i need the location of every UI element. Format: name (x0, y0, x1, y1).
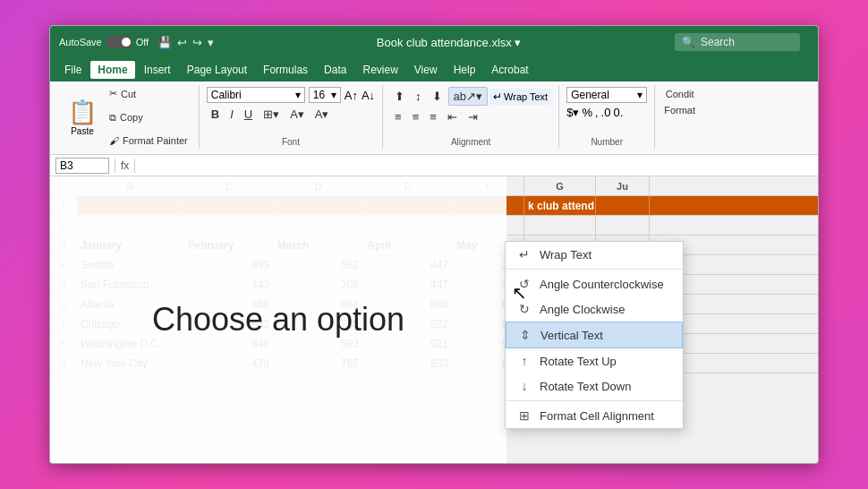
menu-review[interactable]: Review (355, 61, 404, 79)
cell-chicago-name[interactable]: Chicago (77, 314, 184, 333)
align-top-button[interactable]: ⬆ (390, 88, 409, 105)
cell-row2-d[interactable] (274, 216, 363, 235)
increase-font-button[interactable]: A↑ (345, 89, 358, 102)
cell-month-apr[interactable]: April (363, 236, 453, 254)
bold-button[interactable]: B (207, 106, 224, 123)
cell-nyc-feb[interactable]: 765 (274, 354, 363, 373)
orientation-button[interactable]: ab↗▾ (448, 87, 488, 106)
row-8: 8 (50, 334, 76, 354)
cell-row2-e[interactable] (363, 216, 453, 235)
number-format-dropdown[interactable]: General ▾ (566, 87, 647, 103)
cell-sf-feb[interactable]: 208 (274, 275, 363, 294)
autosave-toggle[interactable] (106, 36, 132, 48)
cell-seattle-feb[interactable]: 562 (274, 255, 363, 274)
menu-acrobat[interactable]: Acrobat (484, 61, 535, 79)
align-middle-button[interactable]: ↕ (411, 88, 426, 105)
underline-button[interactable]: U (240, 106, 257, 123)
cell-row1-e[interactable] (363, 196, 453, 215)
cell-atlanta-mar[interactable]: 886 (363, 295, 453, 313)
save-icon[interactable]: 💾 (157, 36, 172, 49)
search-box[interactable]: 🔍 Search (675, 33, 800, 51)
cell-nyc-mar[interactable]: 833 (363, 354, 453, 373)
dropdown-format-cell[interactable]: ⊞ Format Cell Alignment (506, 403, 683, 428)
cell-sf-jan[interactable]: 443 (184, 275, 274, 294)
dropdown-vertical-text[interactable]: ⇕ Vertical Text (506, 322, 683, 348)
cell-atlanta-name[interactable]: Atlanta (77, 295, 184, 313)
percent-button[interactable]: % (582, 106, 592, 119)
cell-month-jan[interactable]: January (77, 236, 184, 254)
cell-row1-g[interactable]: k club attend (524, 196, 596, 215)
menu-data[interactable]: Data (317, 61, 353, 79)
format-painter-button[interactable]: 🖌 Format Painter (107, 134, 190, 147)
paste-button[interactable]: 📋 Paste (63, 85, 102, 149)
fill-color-button[interactable]: A▾ (285, 106, 309, 123)
dropdown-rotate-down[interactable]: ↓ Rotate Text Down (506, 373, 683, 399)
cell-row1-c[interactable] (184, 196, 274, 215)
decrease-font-button[interactable]: A↓ (362, 89, 375, 102)
increase-indent-button[interactable]: ⇥ (464, 108, 482, 125)
align-bottom-button[interactable]: ⬇ (428, 88, 447, 105)
cell-dc-feb[interactable]: 592 (274, 334, 363, 353)
customize-icon[interactable]: ▾ (208, 36, 214, 49)
cell-row2-f[interactable] (453, 216, 524, 235)
cell-chicago-jan[interactable]: 632 (184, 314, 274, 333)
menu-insert[interactable]: Insert (137, 61, 178, 79)
menu-file[interactable]: File (57, 61, 89, 79)
dropdown-wrap-text[interactable]: ↵ Wrap Text (506, 242, 683, 267)
cell-row1-b[interactable] (77, 196, 184, 215)
cell-nyc-name[interactable]: New York City (77, 354, 184, 373)
name-box[interactable]: B3 (55, 158, 109, 174)
dropdown-angle-cw[interactable]: ↻ Angle Clockwise (506, 296, 683, 322)
redo-icon[interactable]: ↪ (192, 36, 202, 49)
cell-seattle-jan[interactable]: 993 (184, 255, 274, 274)
align-right-button[interactable]: ≡ (425, 108, 441, 125)
cell-row2-c[interactable] (184, 216, 274, 235)
cell-month-feb[interactable]: February (184, 236, 274, 254)
copy-button[interactable]: ⧉ Copy (107, 111, 190, 124)
comma-button[interactable]: , (595, 106, 599, 119)
cell-seattle-name[interactable]: Seattle (77, 255, 184, 274)
filename-arrow[interactable]: ▾ (515, 36, 521, 49)
cell-row1-f[interactable] (453, 196, 524, 215)
cell-sf-name[interactable]: San Francisco (77, 275, 184, 294)
increase-decimal-button[interactable]: .0 (601, 106, 611, 119)
cell-row2-g[interactable] (524, 216, 596, 235)
cell-row2-b[interactable] (77, 216, 184, 235)
menu-view[interactable]: View (407, 61, 445, 79)
menu-formulas[interactable]: Formulas (256, 61, 315, 79)
decrease-indent-button[interactable]: ⇤ (443, 108, 462, 125)
cell-nyc-jan[interactable]: 479 (184, 354, 274, 373)
border-button[interactable]: ⊞▾ (259, 106, 284, 123)
format-as-table-button[interactable]: Format (662, 103, 697, 117)
dropdown-angle-ccw[interactable]: ↺ Angle Counterclockwise (506, 271, 683, 296)
wrap-text-button[interactable]: ↵ Wrap Text (489, 89, 551, 105)
cell-dc-name[interactable]: Washington D.C. (77, 334, 184, 353)
currency-button[interactable]: $▾ (566, 106, 579, 119)
cell-atlanta-feb[interactable]: 881 (274, 295, 363, 313)
align-left-button[interactable]: ≡ (390, 108, 406, 125)
cell-row2-h[interactable] (596, 216, 650, 235)
cell-month-mar[interactable]: March (274, 236, 363, 254)
menu-help[interactable]: Help (447, 61, 483, 79)
decrease-decimal-button[interactable]: 0. (613, 106, 623, 119)
font-color-button[interactable]: A▾ (311, 106, 334, 123)
menu-page-layout[interactable]: Page Layout (180, 61, 254, 79)
font-name-dropdown[interactable]: Calibri ▾ (207, 87, 305, 103)
cell-chicago-mar[interactable]: 282 (363, 314, 453, 333)
dropdown-rotate-up[interactable]: ↑ Rotate Text Up (506, 348, 683, 373)
cell-dc-mar[interactable]: 921 (363, 334, 453, 353)
font-size-dropdown[interactable]: 16 ▾ (309, 87, 341, 103)
align-center-button[interactable]: ≡ (408, 108, 424, 125)
undo-icon[interactable]: ↩ (177, 36, 187, 49)
cut-button[interactable]: ✂ Cut (107, 87, 190, 100)
cell-seattle-mar[interactable]: 447 (363, 255, 453, 274)
conditional-format-button[interactable]: Condit (664, 87, 696, 101)
cell-sf-mar[interactable]: 447 (363, 275, 453, 294)
cell-row1-h[interactable] (596, 196, 650, 215)
menu-home[interactable]: Home (90, 61, 134, 79)
cell-atlanta-jan[interactable]: 368 (184, 295, 274, 313)
cell-chicago-feb[interactable]: 730 (274, 314, 363, 333)
italic-button[interactable]: I (226, 106, 238, 123)
cell-dc-jan[interactable]: 849 (184, 334, 274, 353)
cell-row1-d[interactable] (274, 196, 363, 215)
